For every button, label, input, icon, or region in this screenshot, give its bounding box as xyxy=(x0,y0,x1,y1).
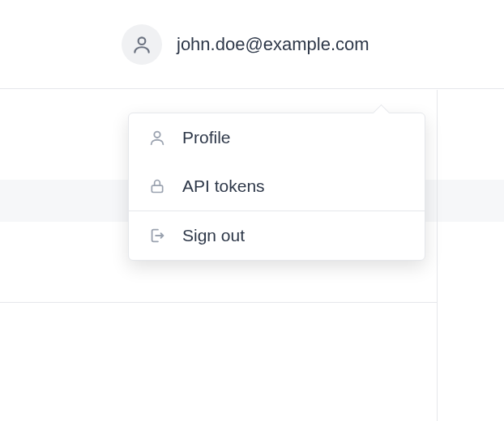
svg-rect-2 xyxy=(152,185,162,192)
lock-icon xyxy=(148,177,166,195)
svg-point-0 xyxy=(139,37,146,45)
user-avatar[interactable] xyxy=(122,24,162,65)
menu-item-profile[interactable]: Profile xyxy=(129,113,425,162)
header-bar: john.doe@example.com xyxy=(0,0,504,89)
user-email[interactable]: john.doe@example.com xyxy=(177,34,369,55)
menu-item-sign-out[interactable]: Sign out xyxy=(129,211,425,260)
menu-item-label: Profile xyxy=(182,128,231,147)
svg-point-1 xyxy=(154,132,160,138)
user-dropdown-menu: Profile API tokens Sign out xyxy=(128,113,425,261)
panel-edge xyxy=(437,90,438,421)
user-icon xyxy=(131,34,152,55)
menu-item-label: API tokens xyxy=(182,176,265,196)
menu-item-label: Sign out xyxy=(182,226,245,245)
user-icon xyxy=(148,129,166,147)
sign-out-icon xyxy=(148,227,166,245)
background-divider xyxy=(0,302,438,303)
menu-item-api-tokens[interactable]: API tokens xyxy=(129,162,425,210)
